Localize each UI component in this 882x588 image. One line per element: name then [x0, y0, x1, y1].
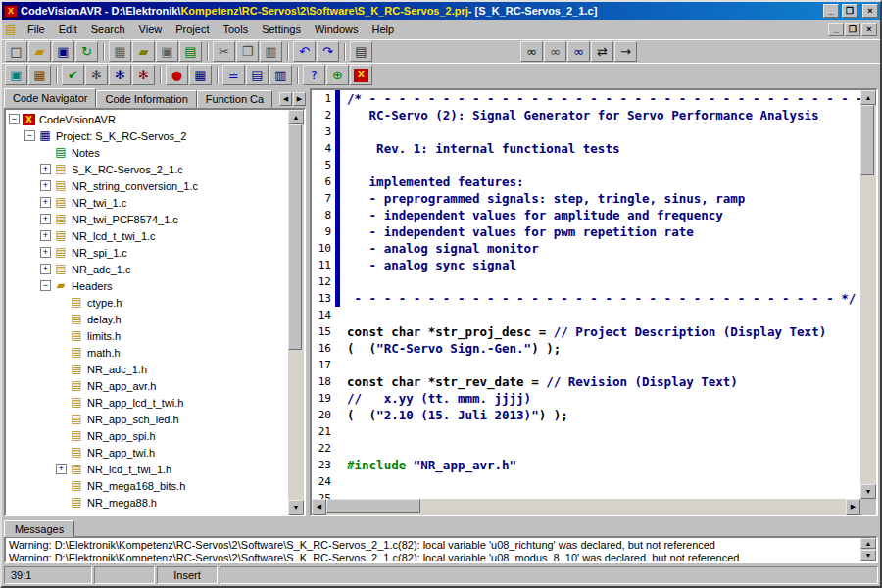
mdi-minimize-button[interactable]: _ — [828, 23, 844, 36]
tree-item[interactable]: ▤NR_app_sch_led.h — [7, 411, 288, 427]
messages-list[interactable]: Warning: D:\Elektronik\Kompetenz\RC-Serv… — [6, 538, 860, 561]
tree-item[interactable]: ▤NR_app_lcd_t_twi.h — [7, 394, 288, 411]
build-button[interactable]: ✻ — [109, 65, 131, 85]
find-in-files-button[interactable]: ∞ — [567, 41, 590, 62]
avr-site-button[interactable]: Χ — [350, 65, 372, 85]
tree-item[interactable]: +▤NR_twi_1.c — [7, 194, 288, 211]
chip-programmer-button[interactable]: ▦ — [28, 65, 51, 85]
tree-item[interactable]: +▤NR_lcd_t_twi_1.h — [7, 461, 288, 477]
tab-scroll-left-icon[interactable]: ◀ — [279, 92, 292, 106]
tree-item[interactable]: ▤NR_app_spi.h — [7, 427, 288, 444]
open-file-button[interactable]: ▰ — [28, 41, 51, 62]
tree-scrollbar[interactable]: ▲ ▼ — [288, 110, 304, 514]
tab-scroll-right-icon[interactable]: ▶ — [293, 92, 306, 106]
scroll-down-icon[interactable]: ▼ — [288, 500, 304, 514]
minimize-button[interactable]: _ — [823, 4, 839, 18]
build-all-button[interactable]: ✻ — [132, 65, 155, 85]
tree-item[interactable]: ▤NR_mega168_bits.h — [7, 477, 288, 494]
web-button[interactable]: ⊕ — [326, 65, 349, 85]
tree-item[interactable]: +▤NR_adc_1.c — [7, 261, 288, 277]
program-chip-button[interactable]: ▦ — [189, 65, 212, 85]
new-file-button[interactable]: □ — [5, 41, 27, 62]
mdi-close-button[interactable]: × — [861, 23, 877, 36]
tree-item[interactable]: +▤NR_string_conversion_1.c — [7, 177, 288, 194]
tree-item[interactable]: ▤ctype.h — [7, 294, 288, 311]
redo-button[interactable]: ↷ — [317, 41, 339, 62]
tab-code-information[interactable]: Code Information — [96, 90, 196, 108]
menu-edit[interactable]: Edit — [52, 22, 84, 37]
scrollbar-thumb[interactable] — [860, 105, 874, 175]
compile-button[interactable]: ✻ — [85, 65, 108, 85]
find-next-button[interactable]: ∞ — [544, 41, 566, 62]
tree-item[interactable]: −ΧCodeVisionAVR — [7, 111, 288, 127]
tree-item[interactable]: −▰Headers — [7, 277, 288, 294]
go-to-line-button[interactable]: → — [614, 41, 637, 62]
paste-button[interactable]: ▥ — [260, 41, 282, 62]
editor-surface[interactable]: 1/* - - - - - - - - - - - - - - - - - - … — [312, 90, 860, 499]
collapse-icon[interactable]: − — [24, 130, 35, 141]
editor-hscrollbar[interactable]: ◀ ▶ — [312, 499, 860, 514]
scroll-up-icon[interactable]: ▲ — [860, 90, 876, 105]
menu-view[interactable]: View — [132, 22, 170, 37]
project-tree[interactable]: −ΧCodeVisionAVR−▦Project: S_K_RC-Servos_… — [6, 110, 288, 514]
tree-item[interactable]: ▤Notes — [7, 144, 288, 161]
scroll-down-icon[interactable]: ▼ — [860, 484, 876, 499]
close-button[interactable]: × — [862, 4, 878, 18]
tree-item[interactable]: ▤NR_app_avr.h — [7, 377, 288, 394]
tree-item[interactable]: +▤S_K_RC-Servos_2_1.c — [7, 161, 288, 177]
compiler-report-button[interactable]: ≡ — [222, 65, 245, 85]
messages-scrollbar[interactable]: ▲ ▼ — [860, 538, 876, 561]
new-project-button[interactable]: ▦ — [109, 41, 131, 62]
message-warning[interactable]: Warning: D:\Elektronik\Kompetenz\RC-Serv… — [9, 552, 858, 561]
find-button[interactable]: ∞ — [520, 41, 543, 62]
tree-item[interactable]: +▤NR_twi_PCF8574_1.c — [7, 211, 288, 227]
tree-item[interactable]: +▤NR_lcd_t_twi_1.c — [7, 227, 288, 244]
scroll-up-icon[interactable]: ▲ — [288, 110, 304, 124]
expand-icon[interactable]: + — [40, 264, 51, 274]
tree-item[interactable]: ▤math.h — [7, 344, 288, 361]
scrollbar-track[interactable] — [860, 105, 876, 484]
tree-item[interactable]: ▤delay.h — [7, 311, 288, 327]
scrollbar-track[interactable] — [288, 124, 304, 500]
replace-button[interactable]: ⇄ — [591, 41, 613, 62]
expand-icon[interactable]: + — [40, 197, 51, 208]
menu-windows[interactable]: Windows — [308, 22, 366, 37]
tab-function-ca[interactable]: Function Ca — [197, 90, 272, 108]
title-bar[interactable]: Χ CodeVisionAVR - D:\Elektronik\Kompeten… — [2, 2, 880, 20]
menu-help[interactable]: Help — [366, 22, 402, 37]
undo-button[interactable]: ↶ — [293, 41, 316, 62]
tree-item[interactable]: +▤NR_spi_1.c — [7, 244, 288, 261]
code-navigator-toggle-button[interactable]: ▤ — [246, 65, 269, 85]
tab-code-navigator[interactable]: Code Navigator — [4, 88, 96, 108]
tree-item[interactable]: ▤NR_mega88.h — [7, 494, 288, 511]
scroll-right-icon[interactable]: ▶ — [846, 499, 860, 514]
expand-icon[interactable]: + — [40, 230, 51, 241]
editor-vscrollbar[interactable]: ▲ ▼ — [860, 90, 876, 499]
menu-file[interactable]: File — [21, 22, 52, 37]
scroll-up-icon[interactable]: ▲ — [860, 538, 876, 549]
expand-icon[interactable]: + — [40, 164, 51, 174]
help-button[interactable]: ? — [303, 65, 325, 85]
save-file-button[interactable]: ▣ — [52, 41, 74, 62]
collapse-icon[interactable]: − — [9, 114, 20, 124]
menu-settings[interactable]: Settings — [255, 22, 308, 37]
scroll-left-icon[interactable]: ◀ — [312, 499, 326, 514]
scroll-down-icon[interactable]: ▼ — [860, 550, 876, 561]
menu-search[interactable]: Search — [84, 22, 132, 37]
scrollbar-thumb[interactable] — [288, 124, 302, 350]
maximize-button[interactable]: ❐ — [842, 4, 858, 18]
tree-item[interactable]: ▤NR_adc_1.h — [7, 361, 288, 377]
scrollbar-track[interactable] — [326, 499, 846, 514]
message-warning[interactable]: Warning: D:\Elektronik\Kompetenz\RC-Serv… — [9, 539, 858, 552]
expand-icon[interactable]: + — [40, 247, 51, 258]
cut-button[interactable]: ✂ — [213, 41, 235, 62]
tree-item[interactable]: −▦Project: S_K_RC-Servos_2 — [7, 127, 288, 144]
mdi-restore-button[interactable]: ❐ — [845, 23, 860, 36]
open-project-button[interactable]: ▰ — [132, 41, 155, 62]
debug-button[interactable]: ● — [166, 65, 188, 85]
copy-button[interactable]: ❐ — [236, 41, 259, 62]
tree-item[interactable]: ▤NR_app_twi.h — [7, 444, 288, 461]
check-syntax-button[interactable]: ✔ — [62, 65, 84, 85]
tab-messages[interactable]: Messages — [4, 520, 74, 537]
project-notes-button[interactable]: ▤ — [179, 41, 202, 62]
